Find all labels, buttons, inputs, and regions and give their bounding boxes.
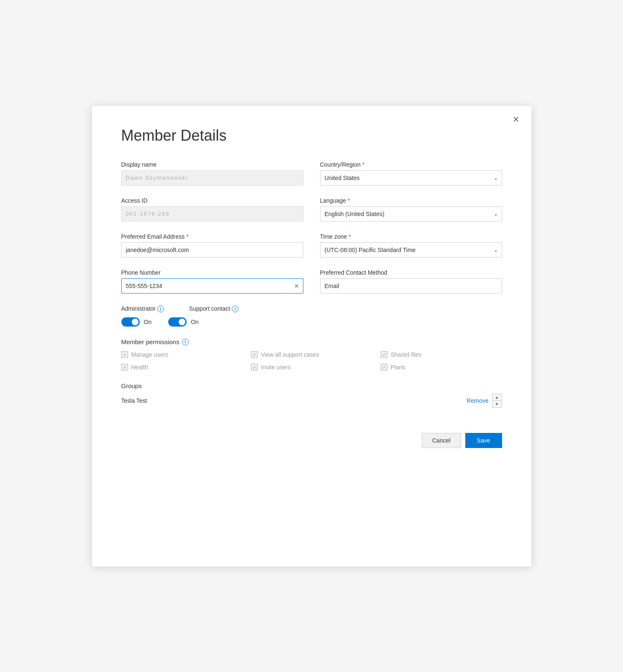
view-support-checkbox[interactable] [251, 351, 258, 358]
permission-health: Health [121, 364, 243, 371]
contact-method-label: Preferred Contact Method [320, 269, 502, 276]
access-id-label: Access ID [121, 197, 303, 204]
toggle-labels-row: Administrator i Support contact i [121, 305, 502, 313]
save-button[interactable]: Save [465, 433, 502, 448]
shared-files-label: Shared files [391, 351, 422, 358]
display-name-group: Display name [121, 161, 303, 185]
phone-input[interactable] [121, 278, 303, 294]
contact-method-group: Preferred Contact Method [320, 269, 502, 294]
group-actions: Remove ▲ ▼ [467, 394, 502, 408]
email-label: Preferred Email Address* [121, 233, 303, 240]
admin-toggle-item: Administrator i [121, 305, 164, 313]
permissions-info-icon[interactable]: i [182, 339, 189, 345]
timezone-required: * [349, 233, 351, 240]
modal-title: Member Details [121, 127, 502, 144]
manage-users-label: Manage users [131, 351, 169, 358]
admin-toggle-state: On [144, 319, 152, 325]
invite-users-label: Invite users [261, 364, 291, 371]
toggles-section: Administrator i Support contact i On On [121, 305, 502, 327]
view-support-label: View all support cases [261, 351, 319, 358]
support-toggle-state: On [191, 319, 199, 325]
move-down-button[interactable]: ▼ [492, 401, 502, 407]
phone-input-wrapper: ✕ [121, 278, 303, 294]
admin-toggle-container: On [121, 317, 152, 327]
country-select[interactable]: United States [320, 170, 502, 185]
admin-info-icon[interactable]: i [157, 306, 164, 312]
group-name: Tesla Test [121, 397, 147, 404]
groups-section: Groups Tesla Test Remove ▲ ▼ [121, 382, 502, 408]
plans-checkbox[interactable] [381, 364, 387, 371]
support-label: Support contact i [189, 305, 238, 313]
email-required: * [186, 233, 188, 240]
language-required: * [348, 197, 350, 204]
display-name-input[interactable] [121, 170, 303, 185]
health-checkbox[interactable] [121, 364, 128, 371]
permission-view-support: View all support cases [251, 351, 372, 358]
timezone-label: Time zone* [320, 233, 502, 240]
move-up-button[interactable]: ▲ [492, 394, 502, 401]
close-button[interactable]: ✕ [513, 115, 520, 124]
permission-invite-users: Invite users [251, 364, 372, 371]
timezone-group: Time zone* (UTC-08:00) Pacific Standard … [320, 233, 502, 257]
manage-users-checkbox[interactable] [121, 351, 128, 358]
permission-plans: Plans [381, 364, 502, 371]
language-group: Language* English (United States) ⌄ [320, 197, 502, 221]
access-id-input[interactable] [121, 206, 303, 221]
timezone-select[interactable]: (UTC-08:00) Pacific Standard Time [320, 242, 502, 257]
language-label: Language* [320, 197, 502, 204]
timezone-select-wrapper: (UTC-08:00) Pacific Standard Time ⌄ [320, 242, 502, 257]
group-row: Tesla Test Remove ▲ ▼ [121, 394, 502, 408]
shared-files-checkbox[interactable] [381, 351, 387, 358]
support-toggle-item: Support contact i [189, 305, 238, 313]
support-toggle[interactable] [168, 317, 187, 327]
permissions-section: Member permissions i Manage users View a… [121, 338, 502, 371]
permission-shared-files: Shared files [381, 351, 502, 358]
invite-users-checkbox[interactable] [251, 364, 258, 371]
language-select-wrapper: English (United States) ⌄ [320, 206, 502, 221]
country-label: Country/Region* [320, 161, 502, 168]
phone-label: Phone Number [121, 269, 303, 276]
country-select-wrapper: United States ⌄ [320, 170, 502, 185]
admin-label: Administrator i [121, 305, 164, 313]
email-input[interactable] [121, 242, 303, 257]
phone-clear-button[interactable]: ✕ [294, 283, 299, 289]
support-toggle-container: On [168, 317, 199, 327]
display-name-label: Display name [121, 161, 303, 168]
updown-buttons: ▲ ▼ [492, 394, 502, 408]
support-info-icon[interactable]: i [232, 306, 238, 312]
permission-manage-users: Manage users [121, 351, 243, 358]
email-group: Preferred Email Address* [121, 233, 303, 257]
footer-buttons: Cancel Save [121, 433, 502, 448]
remove-link[interactable]: Remove [467, 397, 488, 404]
plans-label: Plans [391, 364, 405, 371]
health-label: Health [131, 364, 148, 371]
form-row-3: Preferred Email Address* Time zone* (UTC… [121, 233, 502, 257]
country-required: * [362, 161, 364, 168]
language-select[interactable]: English (United States) [320, 206, 502, 221]
groups-title: Groups [121, 382, 502, 389]
phone-group: Phone Number ✕ [121, 269, 303, 294]
contact-method-input[interactable] [320, 278, 502, 294]
form-row-4: Phone Number ✕ Preferred Contact Method [121, 269, 502, 294]
form-row-2: Access ID Language* English (United Stat… [121, 197, 502, 221]
access-id-group: Access ID [121, 197, 303, 221]
permissions-title: Member permissions i [121, 338, 502, 345]
cancel-button[interactable]: Cancel [422, 433, 461, 448]
admin-toggle[interactable] [121, 317, 140, 327]
toggle-controls-row: On On [121, 317, 502, 327]
permissions-grid: Manage users View all support cases Shar… [121, 351, 502, 371]
country-group: Country/Region* United States ⌄ [320, 161, 502, 185]
form-row-1: Display name Country/Region* United Stat… [121, 161, 502, 185]
member-details-modal: ✕ Member Details Display name Country/Re… [92, 106, 531, 566]
